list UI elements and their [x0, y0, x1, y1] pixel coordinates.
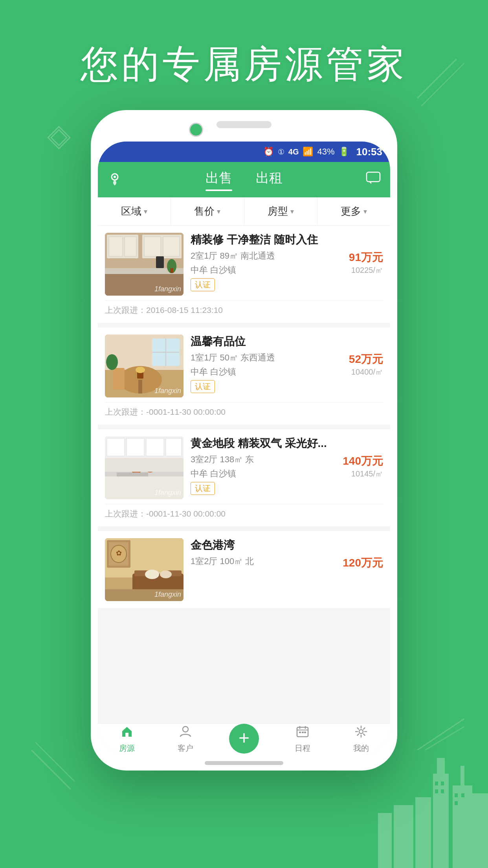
- filter-more-arrow: ▾: [363, 207, 367, 216]
- person-icon: [179, 725, 192, 741]
- listing-image-1: 1fangxin: [105, 233, 183, 296]
- svg-text:✿: ✿: [116, 549, 122, 557]
- svg-point-82: [183, 726, 188, 732]
- settings-icon: [354, 725, 368, 741]
- tab-sale[interactable]: 出售: [205, 169, 232, 190]
- listing-title-1: 精装修 干净整洁 随时入住: [191, 233, 383, 247]
- svg-rect-33: [144, 237, 161, 256]
- listing-price-per-2: 10400/㎡: [351, 367, 383, 377]
- listing-title-2: 温馨有品位: [191, 335, 383, 349]
- filter-more-label: 更多: [341, 204, 361, 218]
- clock: 10:53: [356, 146, 383, 158]
- listing-follow-time-3: 上次跟进：-0001-11-30 00:00:00: [105, 504, 383, 519]
- nav-label-mine: 我的: [353, 743, 369, 754]
- svg-point-78: [145, 570, 159, 579]
- svg-rect-21: [461, 793, 464, 797]
- filter-type-arrow: ▾: [290, 207, 294, 216]
- nav-bar: 出售 出租: [98, 162, 390, 197]
- calendar-icon: [296, 725, 309, 741]
- svg-marker-26: [369, 182, 371, 184]
- network-icon: 4G: [288, 147, 299, 156]
- svg-rect-54: [107, 438, 125, 456]
- listings-container: 1fangxin 精装修 干净整洁 随时入住 2室1厅 89㎡ 南北通透 中牟 …: [98, 226, 390, 723]
- phone-mockup: ⏰ ① 4G 📶 43% 🔋 10:53 出售: [91, 110, 397, 771]
- img-watermark-1: 1fangxin: [154, 285, 181, 293]
- battery-pct: 43%: [317, 147, 334, 157]
- deco-lines-bl: [31, 742, 79, 789]
- svg-rect-16: [435, 782, 438, 785]
- list-item[interactable]: 1fangxin 温馨有品位 1室1厅 50㎡ 东西通透 中牟 白沙镇 52万元: [98, 327, 390, 425]
- filter-price[interactable]: 售价 ▾: [171, 197, 244, 225]
- svg-rect-22: [455, 801, 458, 805]
- svg-rect-34: [163, 237, 180, 256]
- app-tagline: 您的专属房源管家: [0, 39, 488, 90]
- svg-rect-68: [105, 458, 183, 472]
- svg-point-79: [160, 570, 172, 578]
- nav-item-add[interactable]: +: [215, 724, 273, 755]
- listing-details-3: 3室2厅 138㎡ 东: [191, 454, 254, 465]
- filter-area-arrow: ▾: [144, 207, 147, 216]
- nav-label-listings: 房源: [119, 743, 135, 754]
- svg-point-50: [136, 367, 145, 373]
- listing-location-3: 中牟 白沙镇: [191, 468, 254, 480]
- listing-price-2: 52万元: [349, 352, 383, 367]
- filter-price-arrow: ▾: [217, 207, 220, 216]
- tab-rent[interactable]: 出租: [256, 169, 283, 190]
- listing-details-2: 1室1厅 50㎡ 东西通透: [191, 352, 275, 364]
- alarm-icon: ⏰: [263, 147, 274, 157]
- svg-rect-18: [435, 789, 438, 793]
- add-button[interactable]: +: [229, 724, 259, 754]
- filter-area[interactable]: 区域 ▾: [98, 197, 171, 225]
- listing-location-2: 中牟 白沙镇: [191, 366, 275, 378]
- nav-label-schedule: 日程: [295, 743, 310, 754]
- list-item[interactable]: 1fangxin 黄金地段 精装双气 采光好... 3室2厅 138㎡ 东 中牟…: [98, 429, 390, 526]
- svg-rect-8: [433, 774, 449, 868]
- svg-line-4: [31, 750, 71, 789]
- listing-image-3: 1fangxin: [105, 436, 183, 499]
- listing-price-3: 140万元: [343, 454, 383, 469]
- nav-item-schedule[interactable]: 日程: [273, 725, 332, 754]
- signal-icon: 📶: [303, 147, 313, 157]
- filter-bar: 区域 ▾ 售价 ▾ 房型 ▾ 更多 ▾: [98, 197, 390, 226]
- sim-icon: ①: [278, 147, 284, 156]
- filter-type[interactable]: 房型 ▾: [244, 197, 317, 225]
- filter-type-label: 房型: [268, 204, 288, 218]
- listing-title-4: 金色港湾: [191, 538, 383, 552]
- svg-rect-32: [125, 237, 136, 256]
- listing-price-4: 120万元: [343, 555, 383, 570]
- listing-price-1: 91万元: [349, 250, 383, 265]
- nav-label-clients: 客户: [178, 743, 193, 754]
- svg-rect-81: [125, 733, 128, 737]
- phone-home-indicator: [205, 761, 283, 765]
- listing-certified-badge-1: 认证: [191, 278, 215, 291]
- listing-image-4: ✿ 1fangxin: [105, 538, 183, 601]
- nav-item-mine[interactable]: 我的: [332, 725, 390, 754]
- chat-icon[interactable]: [366, 171, 381, 189]
- listing-price-per-1: 10225/㎡: [351, 265, 383, 276]
- svg-rect-12: [415, 797, 431, 868]
- filter-more[interactable]: 更多 ▾: [317, 197, 390, 225]
- svg-rect-67: [117, 473, 148, 476]
- svg-rect-57: [166, 438, 182, 456]
- svg-rect-31: [109, 237, 123, 256]
- nav-tabs: 出售 出租: [205, 169, 283, 190]
- svg-rect-89: [304, 732, 306, 733]
- img-watermark-2: 1fangxin: [154, 387, 181, 395]
- phone-camera: [189, 123, 203, 137]
- plus-icon: +: [238, 728, 250, 747]
- svg-rect-36: [156, 256, 164, 268]
- battery-icon: 🔋: [339, 147, 349, 157]
- svg-rect-46: [138, 380, 142, 394]
- listing-price-per-3: 10145/㎡: [351, 469, 383, 479]
- svg-rect-9: [437, 758, 445, 774]
- nav-item-clients[interactable]: 客户: [156, 725, 215, 754]
- location-icon[interactable]: [107, 171, 122, 189]
- svg-point-51: [106, 354, 118, 370]
- nav-item-listings[interactable]: 房源: [98, 725, 156, 754]
- svg-rect-20: [455, 793, 458, 797]
- list-item[interactable]: 1fangxin 精装修 干净整洁 随时入住 2室1厅 89㎡ 南北通透 中牟 …: [98, 226, 390, 323]
- list-item[interactable]: ✿ 1fangxin: [98, 531, 390, 608]
- svg-rect-38: [170, 268, 173, 273]
- listing-follow-time-1: 上次跟进：2016-08-15 11:23:10: [105, 300, 383, 316]
- svg-point-90: [359, 730, 363, 734]
